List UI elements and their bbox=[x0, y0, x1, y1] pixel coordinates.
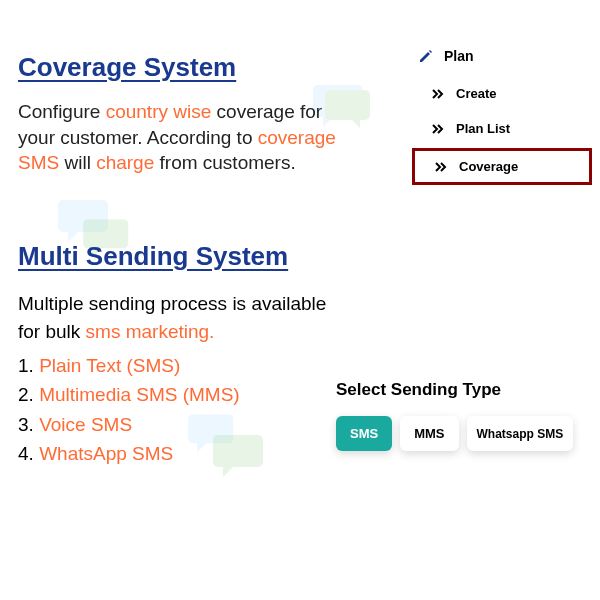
menu-item-plan[interactable]: Plan bbox=[406, 38, 598, 74]
menu-label: Create bbox=[456, 86, 496, 101]
menu-label: Coverage bbox=[459, 159, 518, 174]
list-item: 2. Multimedia SMS (MMS) bbox=[18, 380, 338, 409]
plan-menu: Plan Create Plan List Coverage bbox=[406, 38, 598, 189]
menu-item-plan-list[interactable]: Plan List bbox=[412, 113, 592, 144]
chevron-double-right-icon bbox=[432, 89, 446, 99]
sending-type-panel: Select Sending Type SMS MMS Whatsapp SMS bbox=[332, 380, 596, 451]
chevron-double-right-icon bbox=[432, 124, 446, 134]
multi-sending-description: Multiple sending process is available fo… bbox=[18, 290, 338, 469]
sms-button[interactable]: SMS bbox=[336, 416, 392, 451]
whatsapp-sms-button[interactable]: Whatsapp SMS bbox=[467, 416, 574, 451]
list-item: 4. WhatsApp SMS bbox=[18, 439, 338, 468]
list-item: 1. Plain Text (SMS) bbox=[18, 351, 338, 380]
coverage-description: Configure country wise coverage for your… bbox=[18, 99, 338, 176]
chevron-double-right-icon bbox=[435, 162, 449, 172]
mms-button[interactable]: MMS bbox=[400, 416, 458, 451]
menu-label: Plan List bbox=[456, 121, 510, 136]
sending-type-title: Select Sending Type bbox=[332, 380, 596, 400]
multi-sending-heading: Multi Sending System bbox=[18, 241, 582, 272]
menu-item-create[interactable]: Create bbox=[412, 78, 592, 109]
list-item: 3. Voice SMS bbox=[18, 410, 338, 439]
sending-type-buttons: SMS MMS Whatsapp SMS bbox=[332, 416, 596, 451]
edit-icon bbox=[418, 48, 434, 64]
menu-label: Plan bbox=[444, 48, 474, 64]
sending-type-list: 1. Plain Text (SMS) 2. Multimedia SMS (M… bbox=[18, 351, 338, 469]
